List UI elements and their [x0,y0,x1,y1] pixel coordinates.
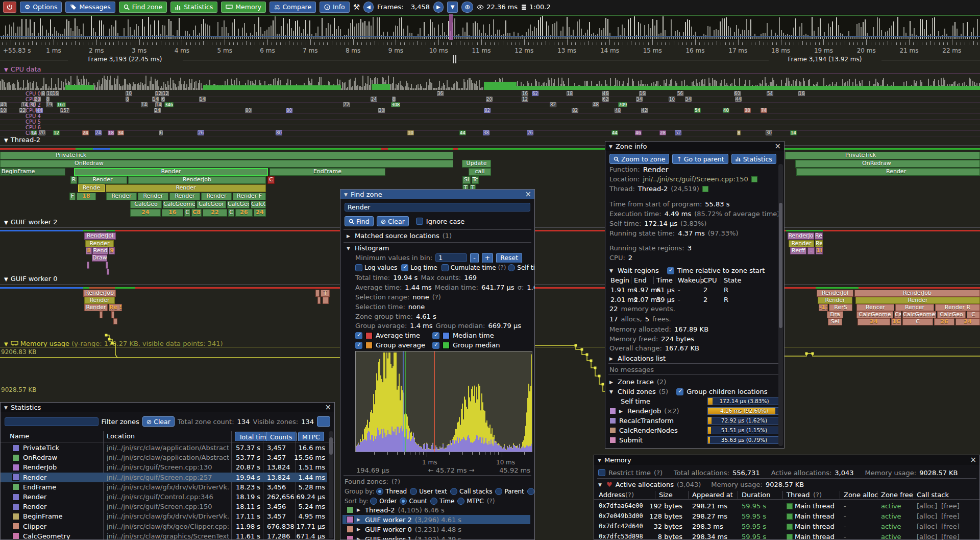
timeline-zone[interactable]: Ren [815,240,823,247]
cpu-zone-chip[interactable]: 40 [0,102,7,107]
draw-median-checkbox[interactable] [432,332,439,339]
group-by-call-stacks[interactable] [450,488,457,495]
cpu-zone-chip[interactable]: 24 [95,130,102,135]
timeline-zone[interactable]: Render [169,193,200,200]
cpu-zone-chip[interactable]: 42 [641,108,648,113]
draw-average-checkbox[interactable] [355,332,362,339]
cpu-zone-chip[interactable]: 80 [286,108,292,113]
timeline-zone[interactable]: EndFrame [270,168,385,176]
cpu-zone-chip[interactable]: 30 [766,130,772,135]
cpu-zone-chip[interactable]: 16 [522,91,528,96]
cpu-zone-chip[interactable]: 36 [437,91,444,96]
cpu-data-header[interactable]: ▼CPU data [4,65,41,73]
thread-header[interactable]: ▼GUIF worker 0 [4,275,57,283]
sort-by-mtpc[interactable] [457,498,464,505]
cpu-zone-chip[interactable]: 20 [486,97,493,102]
statistics-window-titlebar[interactable]: ▼Statistics× [1,403,334,412]
cpu-zone-chip[interactable]: 82 [484,108,491,113]
timeline-zone[interactable]: 8 [86,247,92,254]
next-frame-button[interactable]: ▶ [433,2,444,13]
cpu-zone-chip[interactable]: 48 [593,102,599,107]
timeline-zone[interactable]: Dra [827,311,843,318]
cpu-zone-chip[interactable]: 62 [602,97,609,102]
draw-group-median-checkbox[interactable] [432,342,439,349]
cpu-zone-chip[interactable]: 8 [41,91,45,96]
self-time-checkbox[interactable] [508,264,515,271]
timeline-zone[interactable]: RenderJob [128,176,266,184]
timeline-zone[interactable]: 18 [816,247,823,254]
go-to-parent-button[interactable]: ↑Go to parent [672,154,728,164]
timeline-zone[interactable]: C [184,209,190,217]
histogram-plot[interactable] [355,351,532,452]
options-button[interactable]: ⚙Options [20,2,62,13]
timeline-zone[interactable]: Draw [92,254,107,262]
cpu-zone-chip[interactable]: 30 [378,108,385,113]
focus-frame-button[interactable]: ⊕ [461,2,473,13]
table-row[interactable]: OnRedrawjni/../jni/src/claw/application/… [1,453,327,462]
find-button[interactable]: Find [345,216,374,226]
timeline-zone[interactable]: C [267,176,275,184]
group-by-user-text[interactable] [410,488,417,495]
memory-allocation-row[interactable]: 0x7dfc53d8988 bytes298.34 ms59.95 sMain … [594,531,979,540]
cpu-zone-chip[interactable]: 12 [522,97,528,102]
find-zone-window-titlebar[interactable]: ▼Find zone× [340,190,534,199]
cpu-zone-chip[interactable]: 18 [108,130,114,135]
timeline-zone[interactable]: Tc [472,176,479,184]
chevron-right-icon[interactable]: ▶ [347,233,352,239]
cpu-zone-chip[interactable]: 24 [371,97,377,102]
close-icon[interactable]: × [525,190,531,199]
cpu-zone-chip[interactable]: 8 [737,130,741,135]
timeline-zone[interactable] [107,269,109,275]
timeline-zone[interactable]: CalcGeome [163,201,195,208]
timeline-zone[interactable]: T [321,290,330,297]
cpu-zone-chip[interactable]: 28 [659,130,666,135]
log-values-checkbox[interactable] [355,264,362,271]
cpu-zone-chip[interactable]: 22 [19,108,26,113]
timeline-zone[interactable]: Update [462,160,491,168]
group-by-parent[interactable] [495,488,502,495]
find-zone-button[interactable]: Find zone [119,2,167,13]
timeline-zone[interactable]: RenderJol [817,290,853,297]
timeline-zone[interactable]: C8 [191,209,202,217]
timeline-zone[interactable]: Renc [815,232,823,240]
cpu-zone-chip[interactable]: 80 [245,108,252,113]
col-zone-free[interactable]: Zone free [881,491,913,499]
cpu-zone-chip[interactable]: 24 [82,130,89,135]
timeline-zone[interactable]: CalcGeome [856,311,893,318]
timeline-zone[interactable]: 24 [130,209,161,217]
col-address[interactable]: Address [599,491,625,499]
cpu-zone-chip[interactable]: 30 [744,108,751,113]
cpu-zone-chip[interactable]: 12 [53,130,60,135]
timeline-zone[interactable]: RenderJob [854,290,980,297]
overview-frame-marker[interactable] [449,14,453,40]
col-name[interactable]: Name [10,432,29,440]
timeline-zone[interactable]: Render [106,184,266,192]
timeline-zone[interactable]: OnRedraw [795,160,980,168]
clipped-button[interactable] [317,416,330,427]
checkbox[interactable] [676,388,683,395]
timeline-zone[interactable] [106,262,108,269]
axis-span-label[interactable]: ← 45.72 ms → [428,466,475,474]
timeline-zone[interactable]: Render [106,193,137,200]
timeline-zone[interactable]: RerS [829,304,852,311]
col-location[interactable]: Location [107,432,135,440]
memory-allocation-row[interactable]: 0x7e049b3d00128 bytes298.27 ms59.95 sMai… [594,511,979,521]
table-row[interactable]: Renderjni/../jni/src/guif/Control.cpp:34… [1,492,327,502]
timeline-zone[interactable]: call [469,168,491,176]
restrict-time-checkbox[interactable] [598,469,605,476]
cpu-zone-chip[interactable]: 12 [162,91,169,96]
cpu-zone-chip[interactable]: 52 [675,130,681,135]
col-size[interactable]: Size [659,491,673,499]
timeline-zone[interactable] [317,297,321,304]
cpu-zone-chip[interactable]: 46 [635,130,642,135]
min-decrement-button[interactable]: - [470,253,479,263]
cpu-zone-chip[interactable]: 80 [276,130,282,135]
sort-by-count[interactable] [400,498,407,505]
timeline-zone[interactable]: R [70,176,77,184]
memory-allocation-row[interactable]: 0x7dfc42d64032 bytes298.3 ms59.95 sMain … [594,521,979,531]
table-row[interactable]: BeginFramejni/../jni/src/claw/gfx/drv/vk… [1,511,327,521]
timeline-zone[interactable]: Rerff [790,247,806,254]
timeline-zone[interactable]: CalcGeol [227,201,250,208]
log-time-checkbox[interactable] [401,264,408,271]
draw-group-average-checkbox[interactable] [355,342,362,349]
